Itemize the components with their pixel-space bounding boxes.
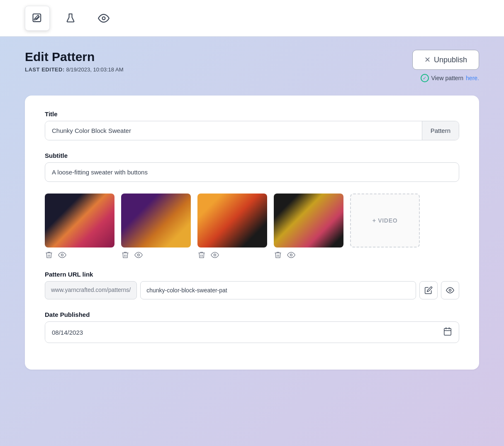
last-edited-value: 8/19/2023, 10:03:18 AM bbox=[66, 66, 123, 73]
tab-bar bbox=[0, 0, 504, 37]
image-thumbnail-4 bbox=[274, 194, 343, 248]
view-pattern-link: ✓ View pattern here. bbox=[421, 74, 480, 82]
edit-icon bbox=[32, 12, 43, 24]
url-row: www.yarncrafted.com/patterns/ bbox=[45, 281, 459, 299]
image-actions-3 bbox=[197, 251, 267, 259]
eye-icon bbox=[446, 286, 454, 294]
url-view-button[interactable] bbox=[441, 281, 459, 299]
title-field-group: Title Pattern bbox=[45, 110, 459, 140]
url-field-group: Pattern URL link www.yarncrafted.com/pat… bbox=[45, 271, 459, 299]
add-video-item: + VIDEO bbox=[350, 194, 420, 259]
x-icon: ✕ bbox=[424, 55, 431, 64]
date-input-row bbox=[45, 321, 459, 343]
image-item bbox=[197, 194, 267, 259]
subtitle-input[interactable] bbox=[45, 162, 459, 182]
url-prefix: www.yarncrafted.com/patterns/ bbox=[45, 281, 137, 299]
image-thumbnail-3 bbox=[197, 194, 267, 248]
svg-point-2 bbox=[61, 254, 63, 256]
image-actions-4 bbox=[274, 251, 343, 259]
image-gallery: + VIDEO bbox=[45, 194, 459, 259]
flask-icon bbox=[65, 12, 76, 24]
calendar-icon bbox=[443, 327, 452, 336]
subtitle-field-group: Subtitle bbox=[45, 152, 459, 182]
page-title: Edit Pattern bbox=[25, 50, 123, 64]
image-actions-1 bbox=[45, 251, 114, 259]
main-content: Edit Pattern LAST EDITED: 8/19/2023, 10:… bbox=[0, 37, 504, 383]
title-input[interactable] bbox=[45, 121, 422, 140]
title-label: Title bbox=[45, 110, 459, 118]
delete-icon-3[interactable] bbox=[197, 251, 206, 259]
view-pattern-here-link[interactable]: here. bbox=[466, 75, 479, 81]
tab-eye[interactable] bbox=[91, 6, 116, 31]
page-title-section: Edit Pattern LAST EDITED: 8/19/2023, 10:… bbox=[25, 50, 123, 73]
image-gallery-group: + VIDEO bbox=[45, 194, 459, 259]
url-slug-input[interactable] bbox=[140, 281, 416, 299]
url-label: Pattern URL link bbox=[45, 271, 459, 278]
tab-flask[interactable] bbox=[58, 6, 83, 31]
form-card: Title Pattern Subtitle bbox=[25, 96, 479, 370]
calendar-icon-button[interactable] bbox=[436, 322, 459, 343]
eye-icon-3[interactable] bbox=[211, 251, 219, 259]
edit-icon bbox=[424, 286, 433, 294]
eye-icon-1[interactable] bbox=[58, 251, 66, 259]
add-video-label: + VIDEO bbox=[373, 217, 398, 224]
url-edit-button[interactable] bbox=[419, 281, 438, 299]
svg-point-4 bbox=[214, 254, 216, 256]
date-input[interactable] bbox=[45, 323, 436, 342]
eye-icon bbox=[98, 12, 110, 24]
tab-edit[interactable] bbox=[25, 6, 50, 31]
unpublish-button[interactable]: ✕ Unpublish bbox=[412, 50, 479, 70]
check-icon: ✓ bbox=[421, 74, 429, 82]
delete-icon-4[interactable] bbox=[274, 251, 282, 259]
title-input-row: Pattern bbox=[45, 121, 459, 140]
eye-icon-2[interactable] bbox=[134, 251, 143, 259]
image-thumbnail-1 bbox=[45, 194, 114, 248]
view-pattern-text: View pattern bbox=[431, 75, 464, 81]
title-type-badge: Pattern bbox=[422, 121, 459, 140]
image-actions-2 bbox=[121, 251, 191, 259]
svg-point-5 bbox=[290, 254, 292, 256]
image-item bbox=[274, 194, 343, 259]
eye-icon-4[interactable] bbox=[287, 251, 295, 259]
svg-point-1 bbox=[102, 17, 105, 20]
delete-icon-2[interactable] bbox=[121, 251, 129, 259]
image-item bbox=[121, 194, 191, 259]
subtitle-label: Subtitle bbox=[45, 152, 459, 159]
header-actions: ✕ Unpublish ✓ View pattern here. bbox=[412, 50, 479, 82]
date-field-group: Date Published bbox=[45, 311, 459, 343]
delete-icon-1[interactable] bbox=[45, 251, 53, 259]
date-label: Date Published bbox=[45, 311, 459, 318]
last-edited: LAST EDITED: 8/19/2023, 10:03:18 AM bbox=[25, 66, 123, 73]
unpublish-label: Unpublish bbox=[434, 56, 467, 64]
image-item bbox=[45, 194, 114, 259]
page-header: Edit Pattern LAST EDITED: 8/19/2023, 10:… bbox=[25, 50, 479, 82]
svg-point-3 bbox=[138, 254, 140, 256]
image-thumbnail-2 bbox=[121, 194, 191, 248]
last-edited-label: LAST EDITED: bbox=[25, 66, 65, 73]
add-video-button[interactable]: + VIDEO bbox=[350, 194, 420, 248]
svg-rect-7 bbox=[444, 328, 451, 336]
svg-point-6 bbox=[449, 289, 451, 292]
